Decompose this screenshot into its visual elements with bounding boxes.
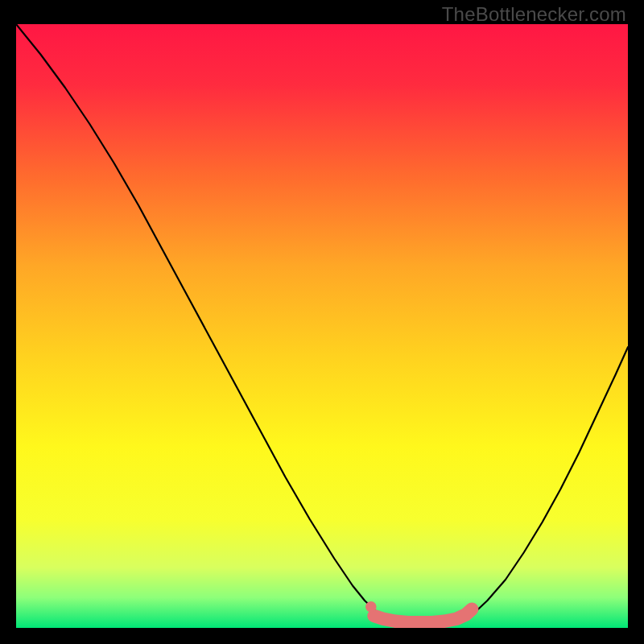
watermark-text: TheBottlenecker.com	[442, 3, 626, 26]
bottleneck-chart	[16, 24, 628, 628]
optimal-point-dot	[365, 601, 377, 613]
chart-frame	[16, 24, 628, 628]
